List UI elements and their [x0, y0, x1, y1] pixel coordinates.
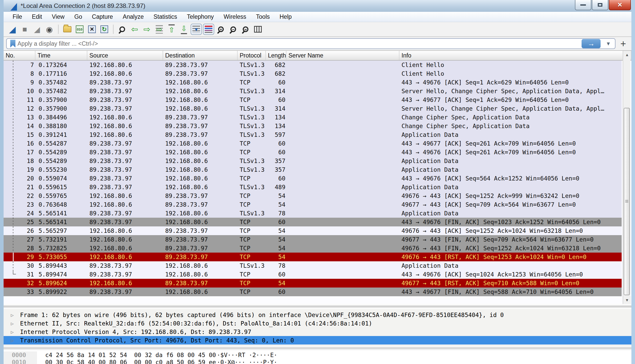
close-file-icon[interactable]: ✕: [86, 24, 98, 35]
column-header-server-name[interactable]: Server Name: [286, 51, 399, 60]
packet-row-19[interactable]: 190.55523089.238.73.97192.168.80.6TLSv1.…: [4, 165, 622, 174]
packet-row-9[interactable]: 90.35748289.238.73.97192.168.80.6TCP6044…: [4, 78, 622, 87]
packet-row-16[interactable]: 160.55428789.238.73.97192.168.80.6TCP604…: [4, 139, 622, 148]
go-first-icon[interactable]: ⇧: [166, 24, 177, 35]
menu-file[interactable]: File: [8, 13, 27, 20]
packet-row-14[interactable]: 140.388180192.168.80.689.238.73.97TLSv1.…: [4, 122, 622, 130]
zoom-in-icon[interactable]: +: [215, 24, 227, 35]
packet-row-26[interactable]: 265.565297192.168.80.689.238.73.97TCP544…: [4, 226, 622, 235]
menu-wireless[interactable]: Wireless: [219, 13, 251, 20]
zoom-100-icon[interactable]: =: [240, 24, 251, 35]
packet-row-13[interactable]: 130.384496192.168.80.689.238.73.97TLSv1.…: [4, 113, 622, 122]
packet-row-30[interactable]: 305.89944389.238.73.97192.168.80.6TLSv1.…: [4, 261, 622, 270]
scrollbar-thumb[interactable]: [624, 108, 630, 295]
expand-arrow-icon[interactable]: ▷: [11, 321, 20, 326]
hex-bytes[interactable]: 00 30 0c 58 40 00 80 06 00 00 c0 a8 50 0…: [37, 359, 217, 364]
column-header-length[interactable]: Length: [266, 51, 286, 60]
save-file-icon[interactable]: 010: [74, 24, 85, 35]
find-packet-icon[interactable]: [117, 24, 128, 35]
cell-no: 26: [4, 227, 35, 234]
column-header-info[interactable]: Info: [399, 51, 631, 60]
packet-row-12[interactable]: 120.35790089.238.73.97192.168.80.6TLSv1.…: [4, 104, 622, 113]
packet-row-29[interactable]: 295.733055192.168.80.689.238.73.97TCP544…: [4, 253, 622, 261]
menu-edit[interactable]: Edit: [27, 13, 47, 20]
detail-line-3[interactable]: ▷Internet Protocol Version 4, Src: 192.1…: [4, 328, 631, 336]
packet-row-22[interactable]: 220.559765192.168.80.689.238.73.97TCP544…: [4, 191, 622, 200]
column-header-destination[interactable]: Destination: [163, 51, 238, 60]
go-back-icon[interactable]: ⇦: [129, 24, 140, 35]
scroll-down-icon[interactable]: ▼: [623, 296, 631, 304]
column-header-no[interactable]: No.: [4, 51, 35, 60]
column-header-source[interactable]: Source: [87, 51, 163, 60]
pane-splitter-bottom[interactable]: [4, 347, 631, 350]
stop-capture-icon[interactable]: ■: [19, 24, 30, 35]
filter-dropdown-icon[interactable]: ▼: [606, 41, 611, 47]
packet-row-27[interactable]: 275.732191192.168.80.689.238.73.97TCP544…: [4, 235, 622, 244]
display-filter-box[interactable]: → ▼: [6, 38, 615, 49]
detail-line-4-selected[interactable]: ▷Transmission Control Protocol, Src Port…: [4, 336, 631, 344]
packet-row-8[interactable]: 80.177116192.168.80.689.238.73.97TLSv1.3…: [4, 69, 622, 78]
filter-bookmark-icon[interactable]: [10, 40, 15, 47]
packet-row-20[interactable]: 200.55907489.238.73.97192.168.80.6TCP604…: [4, 174, 622, 183]
close-button[interactable]: ✕: [609, 0, 631, 10]
detail-line-2[interactable]: ▷Ethernet II, Src: RealtekU_32:da:f6 (52…: [4, 319, 631, 328]
menu-capture[interactable]: Capture: [87, 13, 118, 20]
packet-row-23[interactable]: 230.763648192.168.80.689.238.73.97TCP544…: [4, 200, 622, 209]
title-bar[interactable]: ◢ *Local Area Connection 2 (host 89.238.…: [4, 0, 631, 12]
packet-row-32[interactable]: 325.899624192.168.80.689.238.73.97TCP544…: [4, 279, 622, 288]
hex-ascii[interactable]: ·0·X@··· ····P·Y·: [217, 359, 277, 364]
go-last-icon[interactable]: ⇩: [178, 24, 190, 35]
cell-source: 192.168.80.6: [87, 131, 163, 138]
maximize-button[interactable]: [592, 0, 608, 10]
colorize-icon[interactable]: [203, 24, 214, 35]
pane-splitter-top[interactable]: [4, 304, 631, 309]
detail-text: Frame 1: 62 bytes on wire (496 bits), 62…: [20, 312, 504, 318]
cell-protocol: TCP: [238, 289, 266, 295]
packet-row-15[interactable]: 150.391241192.168.80.689.238.73.97TLSv1.…: [4, 130, 622, 139]
cell-source: 192.168.80.6: [87, 245, 163, 252]
reload-file-icon[interactable]: ↻: [99, 24, 110, 35]
minimize-button[interactable]: [575, 0, 591, 10]
expand-arrow-icon[interactable]: ▷: [11, 312, 20, 318]
resize-columns-icon[interactable]: [252, 24, 264, 35]
add-filter-button-button[interactable]: +: [618, 38, 629, 49]
expand-arrow-icon[interactable]: ▷: [11, 338, 20, 343]
packet-row-25[interactable]: 255.56514189.238.73.97192.168.80.6TCP604…: [4, 218, 622, 226]
display-filter-input[interactable]: [17, 39, 582, 48]
hex-bytes[interactable]: c4 24 56 8a 14 01 52 54 00 32 da f6 08 0…: [37, 352, 217, 358]
scroll-up-icon[interactable]: ▲: [623, 51, 631, 59]
go-to-packet-icon[interactable]: ⇨: [154, 24, 165, 35]
menu-telephony[interactable]: Telephony: [182, 13, 219, 20]
column-header-time[interactable]: Time: [35, 51, 87, 60]
packet-row-21[interactable]: 210.55961589.238.73.97192.168.80.6TLSv1.…: [4, 183, 622, 191]
restart-capture-icon[interactable]: ◢: [31, 24, 43, 35]
cell-no: 14: [4, 123, 35, 129]
expand-arrow-icon[interactable]: ▷: [11, 329, 20, 335]
packet-row-11[interactable]: 110.35790089.238.73.97192.168.80.6TCP604…: [4, 95, 622, 104]
packet-row-24[interactable]: 245.56514189.238.73.97192.168.80.6TLSv1.…: [4, 209, 622, 218]
column-header-protocol[interactable]: Protocol: [238, 51, 266, 60]
packet-row-31[interactable]: 315.89947489.238.73.97192.168.80.6TCP604…: [4, 270, 622, 279]
go-forward-icon[interactable]: ⇨: [141, 24, 153, 35]
hex-ascii[interactable]: ·$V···RT ·2····E·: [217, 352, 277, 358]
apply-filter-button[interactable]: →: [582, 39, 601, 48]
packet-row-17[interactable]: 170.55428989.238.73.97192.168.80.6TCP604…: [4, 148, 622, 157]
packet-list-scrollbar[interactable]: ▲ ▼: [623, 51, 630, 304]
auto-scroll-icon[interactable]: ▾: [191, 24, 202, 35]
detail-line-1[interactable]: ▷Frame 1: 62 bytes on wire (496 bits), 6…: [4, 311, 631, 319]
menu-view[interactable]: View: [47, 13, 69, 20]
capture-options-icon[interactable]: ◉: [44, 24, 55, 35]
menu-statistics[interactable]: Statistics: [148, 13, 182, 20]
open-file-icon[interactable]: [62, 24, 73, 35]
start-capture-icon[interactable]: ◢: [7, 24, 18, 35]
packet-row-33[interactable]: 335.89992289.238.73.97192.168.80.6TCP604…: [4, 288, 622, 296]
menu-go[interactable]: Go: [69, 13, 87, 20]
menu-analyze[interactable]: Analyze: [118, 13, 149, 20]
zoom-out-icon[interactable]: −: [228, 24, 239, 35]
menu-tools[interactable]: Tools: [251, 13, 275, 20]
menu-help[interactable]: Help: [275, 13, 296, 20]
packet-row-28[interactable]: 285.732825192.168.80.689.238.73.97TCP544…: [4, 244, 622, 253]
packet-row-10[interactable]: 100.35748289.238.73.97192.168.80.6TLSv1.…: [4, 87, 622, 95]
packet-row-7[interactable]: 70.173264192.168.80.689.238.73.97TLSv1.3…: [4, 61, 622, 69]
packet-row-18[interactable]: 180.55428989.238.73.97192.168.80.6TLSv1.…: [4, 157, 622, 165]
